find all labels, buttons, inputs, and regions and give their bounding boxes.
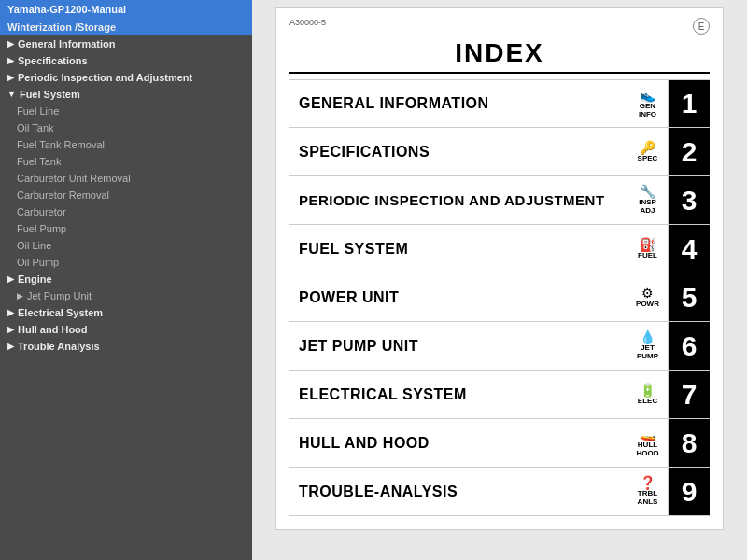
sidebar-item-oil-line[interactable]: Oil Line (0, 237, 252, 254)
sidebar-item-label: Winterization /Storage (7, 21, 116, 33)
index-row-jet-pump[interactable]: JET PUMP UNIT💧JET PUMP6 (289, 322, 710, 371)
index-icon-col-hull-hood: 🚤HULL HOOD (627, 419, 669, 467)
index-number-gen-info[interactable]: 1 (669, 80, 710, 127)
sidebar-item-specifications[interactable]: ▶Specifications (0, 52, 252, 69)
index-label-hull-hood: HULL AND HOOD (289, 419, 627, 467)
index-label-periodic: PERIODIC INSPECTION AND ADJUSTMENT (289, 176, 627, 224)
index-row-hull-hood[interactable]: HULL AND HOOD🚤HULL HOOD8 (289, 419, 710, 468)
index-number-specifications[interactable]: 2 (669, 128, 710, 175)
index-number-hull-hood[interactable]: 8 (669, 419, 710, 467)
sidebar-item-label: Engine (18, 273, 52, 285)
sidebar-item-fuel-line[interactable]: Fuel Line (0, 103, 252, 119)
sidebar-item-label: Carburetor Unit Removal (17, 173, 131, 184)
sidebar-item-label: Trouble Analysis (18, 341, 100, 352)
sidebar-item-label: General Information (18, 38, 116, 49)
sidebar-item-general-info[interactable]: ▶General Information (0, 35, 252, 52)
index-label-specifications: SPECIFICATIONS (289, 128, 627, 175)
sidebar-item-electrical[interactable]: ▶Electrical System (0, 304, 252, 321)
sidebar-arrow-icon: ▶ (7, 274, 14, 284)
sidebar-arrow-icon: ▶ (7, 308, 14, 317)
sidebar-arrow-icon: ▼ (7, 90, 16, 99)
index-icon-power: ⚙ (641, 287, 654, 300)
document-container: A30000-5 E INDEX GENERAL INFORMATION👟GEN… (275, 7, 724, 530)
sidebar-item-fuel-tank-removal[interactable]: Fuel Tank Removal (0, 136, 252, 153)
doc-id: A30000-5 (289, 18, 326, 27)
index-label-trouble: TROUBLE-ANALYSIS (289, 468, 627, 515)
sidebar-item-oil-tank[interactable]: Oil Tank (0, 119, 252, 136)
sidebar-item-carburetor[interactable]: Carburetor (0, 203, 252, 220)
sidebar-item-winterization[interactable]: Winterization /Storage (0, 19, 252, 35)
index-label-power: POWER UNIT (289, 273, 627, 321)
index-icon-label-periodic: INSP ADJ (639, 199, 656, 216)
index-icon-label-electrical: ELEC (638, 398, 657, 406)
index-icon-label-power: POWR (636, 301, 659, 309)
index-icon-label-trouble: TRBL ANLS (638, 490, 658, 507)
sidebar-item-label: Fuel Tank (17, 156, 62, 167)
index-number-electrical[interactable]: 7 (669, 371, 710, 418)
index-number-jet-pump[interactable]: 6 (669, 322, 710, 370)
index-row-fuel[interactable]: FUEL SYSTEM⛽FUEL4 (289, 225, 710, 273)
index-row-power[interactable]: POWER UNIT⚙POWR5 (289, 273, 710, 322)
sidebar: Yamaha-GP1200-Manual Winterization /Stor… (0, 0, 252, 560)
sidebar-item-hull-hood[interactable]: ▶Hull and Hood (0, 321, 252, 338)
e-badge: E (693, 18, 710, 35)
sidebar-item-carb-unit-removal[interactable]: Carburetor Unit Removal (0, 170, 252, 187)
index-label-fuel: FUEL SYSTEM (289, 225, 627, 273)
sidebar-item-fuel-pump[interactable]: Fuel Pump (0, 220, 252, 237)
sidebar-item-label: Specifications (18, 55, 88, 66)
index-number-trouble[interactable]: 9 (669, 468, 710, 515)
index-icon-label-fuel: FUEL (638, 252, 657, 260)
sidebar-arrow-icon: ▶ (7, 325, 14, 334)
index-icon-col-periodic: 🔧INSP ADJ (627, 176, 669, 224)
index-number-fuel[interactable]: 4 (669, 225, 710, 273)
index-label-jet-pump: JET PUMP UNIT (289, 322, 627, 370)
index-icon-label-specifications: SPEC (638, 155, 658, 163)
index-number-periodic[interactable]: 3 (669, 176, 710, 224)
index-icon-label-hull-hood: HULL HOOD (637, 441, 659, 458)
index-icon-col-jet-pump: 💧JET PUMP (627, 322, 669, 370)
sidebar-item-label: Hull and Hood (18, 324, 88, 335)
index-icon-col-trouble: ❓TRBL ANLS (627, 468, 669, 515)
index-icon-fuel: ⛽ (640, 238, 655, 251)
index-icon-hull-hood: 🚤 (640, 427, 655, 441)
sidebar-item-engine[interactable]: ▶Engine (0, 271, 252, 287)
index-icon-col-gen-info: 👟GEN INFO (627, 80, 669, 127)
index-rows: GENERAL INFORMATION👟GEN INFO1SPECIFICATI… (289, 79, 710, 516)
sidebar-item-label: Electrical System (18, 307, 103, 318)
index-row-periodic[interactable]: PERIODIC INSPECTION AND ADJUSTMENT🔧INSP … (289, 176, 710, 225)
index-icon-jet-pump: 💧 (640, 330, 655, 343)
index-icon-periodic: 🔧 (640, 185, 655, 198)
index-row-trouble[interactable]: TROUBLE-ANALYSIS❓TRBL ANLS9 (289, 468, 710, 516)
index-row-electrical[interactable]: ELECTRICAL SYSTEM🔋ELEC7 (289, 371, 710, 419)
index-label-electrical: ELECTRICAL SYSTEM (289, 371, 627, 418)
sidebar-title: Yamaha-GP1200-Manual (0, 0, 252, 19)
index-title: INDEX (289, 38, 710, 74)
sidebar-item-carb-removal[interactable]: Carburetor Removal (0, 187, 252, 203)
sidebar-item-fuel-tank[interactable]: Fuel Tank (0, 153, 252, 170)
sidebar-item-oil-pump[interactable]: Oil Pump (0, 254, 252, 271)
index-row-gen-info[interactable]: GENERAL INFORMATION👟GEN INFO1 (289, 79, 710, 128)
main-content: A30000-5 E INDEX GENERAL INFORMATION👟GEN… (252, 0, 747, 560)
sidebar-item-label: Fuel System (20, 89, 80, 100)
index-row-specifications[interactable]: SPECIFICATIONS🔑SPEC2 (289, 128, 710, 176)
sidebar-item-periodic[interactable]: ▶Periodic Inspection and Adjustment (0, 69, 252, 86)
index-icon-col-electrical: 🔋ELEC (627, 371, 669, 418)
sidebar-item-label: Fuel Tank Removal (17, 139, 105, 150)
sidebar-item-fuel-system[interactable]: ▼Fuel System (0, 86, 252, 103)
sidebar-item-jet-pump[interactable]: ▶Jet Pump Unit (0, 287, 252, 304)
sidebar-item-label: Oil Pump (17, 257, 59, 268)
sidebar-item-trouble[interactable]: ▶Trouble Analysis (0, 338, 252, 355)
sidebar-item-label: Periodic Inspection and Adjustment (18, 72, 192, 83)
sidebar-arrow-icon: ▶ (7, 342, 14, 351)
sidebar-arrow-icon: ▶ (7, 73, 14, 82)
sidebar-item-label: Oil Line (17, 240, 51, 251)
doc-header: A30000-5 E (289, 18, 710, 35)
index-icon-col-power: ⚙POWR (627, 273, 669, 321)
sidebar-item-label: Oil Tank (17, 122, 54, 133)
index-icon-electrical: 🔋 (640, 384, 655, 397)
index-number-power[interactable]: 5 (669, 273, 710, 321)
index-icon-trouble: ❓ (640, 476, 655, 489)
sidebar-item-label: Fuel Line (17, 105, 59, 117)
sidebar-arrow-icon: ▶ (17, 291, 23, 301)
index-icon-col-specifications: 🔑SPEC (627, 128, 669, 175)
